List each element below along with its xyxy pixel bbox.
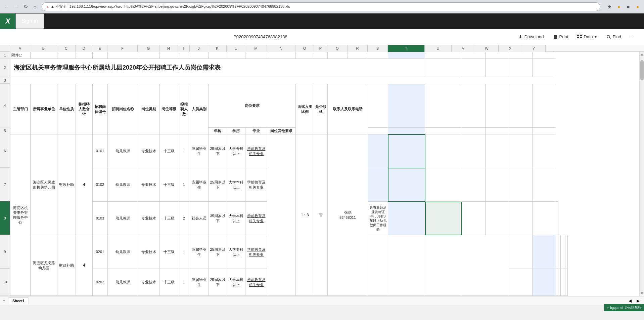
cell-K10[interactable]: 25周岁以下	[209, 269, 227, 296]
cell-M1[interactable]	[245, 52, 267, 59]
header-W4[interactable]	[486, 84, 509, 128]
data-button[interactable]: Data ▼	[573, 32, 601, 42]
extension-button[interactable]: ■	[625, 3, 632, 10]
row-2[interactable]: 2	[0, 58, 10, 77]
col-W[interactable]: W	[475, 45, 499, 52]
cell-H7[interactable]: 十三级	[160, 168, 178, 202]
vertical-scrollbar[interactable]: ▲ ▼	[639, 52, 644, 296]
cell-Y1[interactable]	[533, 52, 556, 59]
cell-G1[interactable]	[138, 52, 160, 59]
cell-F7[interactable]: 幼儿教师	[108, 168, 138, 202]
account-button[interactable]: ●	[634, 3, 641, 10]
col-L[interactable]: L	[227, 45, 245, 52]
cell-E6[interactable]: 0101	[93, 134, 108, 168]
cell-Y8[interactable]	[556, 202, 558, 235]
cell-L1[interactable]	[227, 52, 245, 59]
col-Y[interactable]: Y	[522, 45, 546, 52]
cell-B6[interactable]: 海淀区人民政府机关幼儿园	[31, 134, 57, 235]
cell-A2-merged[interactable]: 海淀区机关事务管理服务中心所属幼儿园2020年公开招聘工作人员岗位需求表	[10, 59, 425, 77]
cell-N1[interactable]	[267, 52, 296, 59]
cell-L10[interactable]: 大学本科以上	[227, 269, 245, 296]
col-J[interactable]: J	[190, 45, 208, 52]
cell-K6[interactable]: 25周岁以下	[209, 134, 227, 168]
header-xueli[interactable]: 学历	[227, 128, 245, 134]
cell-V1[interactable]	[462, 52, 486, 59]
cell-V2[interactable]	[462, 59, 486, 77]
scrollbar-thumb[interactable]	[640, 60, 644, 80]
col-I[interactable]: I	[178, 45, 190, 52]
spreadsheet-grid[interactable]: 附件1:	[10, 52, 639, 296]
cell-M9[interactable]: 学前教育及相关专业	[245, 235, 267, 269]
header-V5[interactable]	[462, 128, 486, 134]
cell-X2[interactable]	[509, 59, 533, 77]
row-9[interactable]: 9	[0, 235, 10, 269]
cell-J7[interactable]: 应届毕业生	[190, 168, 209, 202]
row-8[interactable]: 8	[0, 201, 10, 235]
header-zhuguan[interactable]: 主管部门	[10, 84, 31, 134]
cell-G6[interactable]: 专业技术	[138, 134, 160, 168]
row-1[interactable]: 1	[0, 52, 10, 58]
sign-in-button[interactable]: Sign in	[15, 13, 44, 29]
header-gangweiname[interactable]: 招聘岗位名称	[108, 84, 138, 134]
cell-W9[interactable]	[561, 235, 563, 269]
header-Y5[interactable]	[533, 128, 556, 134]
cell-H6[interactable]: 十三级	[160, 134, 178, 168]
col-S[interactable]: S	[368, 45, 388, 52]
cell-F10[interactable]: 幼儿教师	[108, 269, 138, 296]
cell-F9[interactable]: 幼儿教师	[108, 235, 138, 269]
cell-E10[interactable]: 0202	[93, 269, 108, 296]
cell-U2[interactable]	[425, 59, 462, 77]
add-sheet-button[interactable]: +	[0, 297, 8, 305]
cell-I6[interactable]: 1	[178, 134, 190, 168]
header-T5[interactable]	[388, 128, 425, 134]
cell-F6[interactable]: 幼儿教师	[108, 134, 138, 168]
header-T4[interactable]	[388, 84, 425, 128]
cell-K1[interactable]	[209, 52, 227, 59]
col-E[interactable]: E	[92, 45, 107, 52]
cell-K8[interactable]: 35周岁以下	[209, 202, 227, 235]
cell-S10[interactable]	[509, 269, 533, 296]
cell-J6[interactable]: 应届毕业生	[190, 134, 209, 168]
cell-X7[interactable]	[509, 168, 533, 202]
col-V[interactable]: V	[452, 45, 475, 52]
scroll-left-btn[interactable]: ◀	[627, 297, 633, 304]
header-Y4[interactable]	[533, 84, 556, 128]
cell-N8[interactable]: 具有教师从业资格证书；具有3年以上幼儿教师工作经验	[368, 202, 388, 235]
cell-U7[interactable]	[425, 168, 462, 202]
cell-X6[interactable]	[509, 134, 533, 168]
cell-A6[interactable]: 海淀区机关事务管理服务中心	[10, 134, 31, 296]
cell-W10[interactable]	[561, 269, 563, 296]
cell-I8[interactable]: 2	[178, 202, 190, 235]
reload-button[interactable]: ↻	[21, 3, 30, 11]
back-button[interactable]: ←	[3, 3, 11, 11]
cell-R1[interactable]	[348, 52, 368, 59]
cell-Y2[interactable]	[533, 59, 556, 77]
col-D[interactable]: D	[76, 45, 92, 52]
cell-E1[interactable]	[93, 52, 108, 59]
header-gangwei-yaoqiu-group[interactable]: 岗位要求	[209, 84, 296, 128]
cell-W1[interactable]	[486, 52, 509, 59]
cell-U10[interactable]	[556, 269, 558, 296]
cell-X8[interactable]	[533, 202, 556, 235]
header-U4[interactable]	[425, 84, 462, 128]
cell-L9[interactable]: 大学专科以上	[227, 235, 245, 269]
cell-V7[interactable]	[462, 168, 486, 202]
cell-U1[interactable]	[425, 52, 462, 59]
cell-M7[interactable]: 学前教育及相关专业	[245, 168, 267, 202]
cell-C1[interactable]	[57, 52, 76, 59]
cell-Q1[interactable]	[328, 52, 348, 59]
header-gangweicode[interactable]: 招聘岗位编号	[93, 84, 108, 134]
cell-D1[interactable]	[76, 52, 93, 59]
header-X5[interactable]	[509, 128, 533, 134]
cell-I10[interactable]: 1	[178, 269, 190, 296]
cell-W8[interactable]	[509, 202, 533, 235]
sheet-tab-1[interactable]: Sheet1	[8, 297, 29, 304]
cell-O6[interactable]: 1：3	[296, 134, 314, 296]
col-X[interactable]: X	[499, 45, 522, 52]
cell-F1[interactable]	[108, 52, 138, 59]
cell-O9[interactable]	[388, 235, 425, 296]
cell-G10[interactable]: 专业技术	[138, 269, 160, 296]
scroll-right-btn[interactable]: ▶	[635, 297, 641, 304]
cell-T8[interactable]	[425, 202, 462, 235]
header-biaoqian[interactable]: 面试入围比例	[296, 84, 314, 134]
